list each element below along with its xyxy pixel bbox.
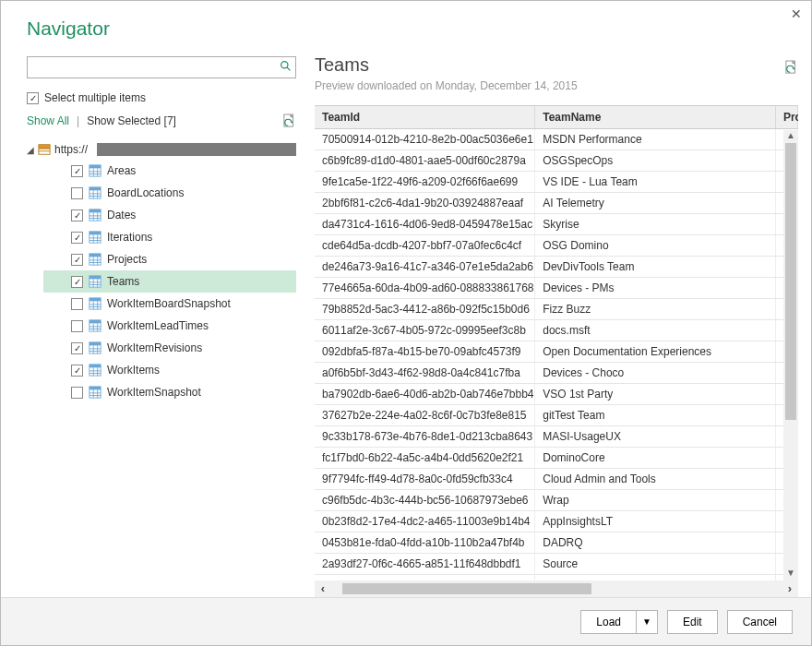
tree-checkbox[interactable]: ✓	[71, 209, 83, 221]
preview-grid-wrap: TeamId TeamName Proj 70500914-012b-4210-…	[315, 105, 798, 597]
table-row[interactable]: fc1f7bd0-6b22-4a5c-a4b4-0dd5620e2f21Domi…	[315, 448, 798, 469]
table-row[interactable]: de246a73-9a16-41c7-a346-07e1e5da2ab6DevD…	[315, 257, 798, 278]
cell-teamid: 2bbf6f81-c2c6-4da1-9b20-03924887eaaf	[315, 193, 535, 214]
table-row[interactable]: 79b8852d-5ac3-4412-a86b-092f5c15b0d6Fizz…	[315, 299, 798, 320]
table-row[interactable]: cde64d5a-dcdb-4207-bbf7-07a0fec6c4cfOSG …	[315, 235, 798, 257]
load-dropdown-button[interactable]: ▼	[636, 610, 658, 634]
load-button[interactable]: Load	[580, 610, 636, 634]
horizontal-scrollbar[interactable]: ‹ ›	[315, 580, 798, 597]
tree-item-label: Iterations	[107, 231, 152, 244]
tree-item-label: WorkItemRevisions	[107, 341, 202, 354]
tree-checkbox[interactable]	[71, 320, 83, 332]
table-row[interactable]: 70500914-012b-4210-8e2b-00ac5036e6e1MSDN…	[315, 129, 798, 150]
scroll-down-icon[interactable]: ▼	[783, 568, 798, 580]
col-header-teamid[interactable]: TeamId	[315, 106, 535, 129]
table-icon	[89, 341, 102, 354]
col-header-teamname[interactable]: TeamName	[535, 106, 776, 129]
tree-item-workitemrevisions[interactable]: ✓WorkItemRevisions	[43, 337, 296, 359]
table-row[interactable]: 0b23f8d2-17e4-4dc2-a465-11003e9b14b4AppI…	[315, 511, 798, 532]
table-icon	[89, 319, 102, 332]
tree-item-iterations[interactable]: ✓Iterations	[43, 226, 296, 248]
close-icon[interactable]: ✕	[791, 6, 802, 21]
search-icon[interactable]	[275, 60, 295, 75]
select-multiple-checkbox[interactable]: ✓	[27, 92, 39, 104]
table-row[interactable]: 9fe1ca5e-1f22-49f6-a209-02f66f6ae699VS I…	[315, 172, 798, 193]
table-row[interactable]: c6b9fc89-d1d0-4801-aae5-00df60c2879aOSGS…	[315, 150, 798, 172]
table-row[interactable]: 092dbfa5-f87a-4b15-be70-09abfc4573f9Open…	[315, 341, 798, 363]
preview-refresh-icon[interactable]	[785, 60, 798, 75]
tree-item-boardlocations[interactable]: BoardLocations	[43, 182, 296, 204]
table-row[interactable]: 6011af2e-3c67-4b05-972c-09995eef3c8bdocs…	[315, 320, 798, 341]
table-row[interactable]: a0f6b5bf-3d43-4f62-98d8-0a4c841c7fbaDevi…	[315, 363, 798, 384]
search-input[interactable]	[28, 57, 275, 78]
table-row[interactable]: 0453b81e-fda0-4fdd-a10b-110b2a47bf4bDADR…	[315, 532, 798, 554]
cell-teamname: VS IDE - Lua Team	[535, 172, 776, 193]
edit-button[interactable]: Edit	[667, 610, 718, 634]
cell-teamid: 6011af2e-3c67-4b05-972c-09995eef3c8b	[315, 320, 535, 341]
tree: ◢ https:// ✓AreasBoardLocations✓Dates✓It…	[27, 139, 296, 403]
tree-checkbox[interactable]: ✓	[71, 276, 83, 288]
tree-item-workitemboardsnapshot[interactable]: WorkItemBoardSnapshot	[43, 293, 296, 315]
show-selected-link[interactable]: Show Selected [7]	[87, 114, 176, 127]
cell-teamname: Devices - Choco	[535, 363, 776, 384]
vertical-scroll-thumb[interactable]	[785, 143, 796, 420]
table-icon	[89, 231, 102, 244]
tree-checkbox[interactable]: ✓	[71, 165, 83, 177]
tree-item-workitems[interactable]: ✓WorkItems	[43, 359, 296, 381]
tree-item-projects[interactable]: ✓Projects	[43, 248, 296, 270]
tree-root[interactable]: ◢ https://	[27, 139, 296, 160]
table-row[interactable]: 9c33b178-673e-4b76-8de1-0d213cba8643MASI…	[315, 426, 798, 448]
show-all-link[interactable]: Show All	[27, 114, 69, 127]
scroll-right-icon[interactable]: ›	[782, 580, 798, 597]
tree-item-workitemleadtimes[interactable]: WorkItemLeadTimes	[43, 315, 296, 337]
tree-checkbox[interactable]: ✓	[71, 254, 83, 266]
caret-down-icon[interactable]: ◢	[27, 145, 34, 155]
cell-teamname: Open Documentation Experiences	[535, 341, 776, 363]
load-button-group: Load ▼	[580, 610, 658, 634]
tree-checkbox[interactable]: ✓	[71, 232, 83, 244]
table-row[interactable]: 9f7794fc-ff49-4d78-8a0c-0fd59cfb33c4Clou…	[315, 469, 798, 490]
svg-rect-61	[90, 365, 101, 368]
table-row[interactable]: da4731c4-1616-4d06-9ed8-0459478e15acSkyr…	[315, 214, 798, 235]
cell-teamname: Skyrise	[535, 214, 776, 235]
table-row[interactable]: 37627b2e-224e-4a02-8c6f-0c7b3fe8e815gitT…	[315, 405, 798, 426]
svg-rect-31	[90, 254, 101, 257]
table-row[interactable]: 2a93df27-0f6c-4665-a851-11f648dbbdf1Sour…	[315, 554, 798, 575]
tree-item-dates[interactable]: ✓Dates	[43, 204, 296, 226]
table-row[interactable]: ba7902db-6ae6-40d6-ab2b-0ab746e7bbb4VSO …	[315, 384, 798, 405]
table-row[interactable]: 77e4665a-60da-4b09-ad60-088833861768Devi…	[315, 278, 798, 299]
cell-teamid: 79b8852d-5ac3-4412-a86b-092f5c15b0d6	[315, 299, 535, 320]
table-row[interactable]: 2bbf6f81-c2c6-4da1-9b20-03924887eaafAI T…	[315, 193, 798, 214]
tree-item-workitemsnapshot[interactable]: WorkItemSnapshot	[43, 381, 296, 403]
cell-teamname: MSDN Performance	[535, 129, 776, 150]
horizontal-scroll-thumb[interactable]	[342, 583, 591, 594]
col-header-proj[interactable]: Proj	[775, 106, 797, 129]
select-multiple-row: ✓ Select multiple items	[27, 91, 296, 104]
table-row[interactable]: c96fb5dc-4b3c-444b-bc56-10687973ebe6Wrap…	[315, 490, 798, 511]
cell-teamname: Cloud Admin and Tools	[535, 469, 776, 490]
tree-checkbox[interactable]	[71, 298, 83, 310]
root-url-prefix: https://	[54, 143, 88, 156]
scroll-left-icon[interactable]: ‹	[315, 580, 331, 597]
tree-checkbox[interactable]: ✓	[71, 342, 83, 354]
cell-teamid: 77e4665a-60da-4b09-ad60-088833861768	[315, 278, 535, 299]
tree-item-teams[interactable]: ✓Teams	[43, 270, 296, 293]
left-pane: ✓ Select multiple items Show All | Show …	[27, 56, 315, 597]
tree-checkbox[interactable]: ✓	[71, 365, 83, 377]
cancel-button[interactable]: Cancel	[727, 610, 793, 634]
footer: Load ▼ Edit Cancel	[1, 597, 811, 645]
tree-item-label: Projects	[107, 253, 147, 266]
tree-item-areas[interactable]: ✓Areas	[43, 160, 296, 182]
tree-checkbox[interactable]	[71, 387, 83, 399]
refresh-icon[interactable]	[283, 114, 296, 128]
tree-item-label: Dates	[107, 209, 136, 221]
tree-checkbox[interactable]	[71, 187, 83, 199]
scroll-up-icon[interactable]: ▲	[783, 130, 798, 143]
cell-teamid: da4731c4-1616-4d06-9ed8-0459478e15ac	[315, 214, 535, 235]
cell-teamname: OSGSpecOps	[535, 150, 776, 172]
tree-item-label: BoardLocations	[107, 186, 184, 199]
table-icon	[89, 275, 102, 288]
vertical-scrollbar[interactable]: ▲ ▼	[783, 130, 798, 580]
svg-point-0	[281, 62, 287, 68]
cell-teamname: Devices - PMs	[535, 278, 776, 299]
